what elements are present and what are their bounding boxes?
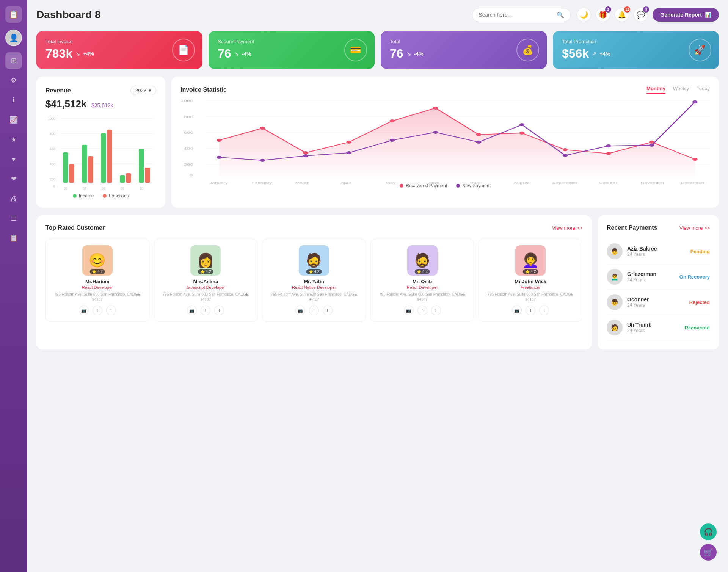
rating-badge: ⭐ 4.2 [523, 269, 538, 274]
svg-point-45 [519, 132, 525, 135]
svg-text:600: 600 [50, 147, 55, 151]
instagram-icon[interactable]: 📷 [404, 306, 414, 315]
rating-badge: ⭐ 4.2 [414, 269, 430, 274]
payment-item: 👨 Aziz Bakree 24 Years Pending [607, 239, 710, 264]
svg-text:June: June [428, 181, 439, 185]
instagram-icon[interactable]: 📷 [187, 306, 197, 315]
svg-point-40 [303, 151, 308, 154]
customer-address: 795 Folsom Ave, Suite 600 San Francisco,… [375, 292, 469, 302]
year-selector[interactable]: 2023 ▾ [130, 86, 156, 95]
sidebar-item-info[interactable]: ℹ [5, 92, 22, 108]
top-customers-card: Top Rated Customer View more >> 😊 ⭐ 4.2 … [36, 215, 592, 349]
floating-buttons: 🎧 🛒 [700, 523, 717, 561]
payment-info: Uli Trumb 24 Years [627, 322, 680, 333]
customer-name: Mr. Yatin [267, 279, 361, 284]
twitter-icon[interactable]: t [106, 306, 116, 315]
customer-name: Mr. Osib [375, 279, 469, 284]
tab-monthly[interactable]: Monthly [646, 86, 665, 94]
customers-view-more[interactable]: View more >> [552, 225, 582, 231]
customer-socials: 📷 f t [483, 306, 577, 315]
sidebar-item-list[interactable]: 📋 [5, 230, 22, 246]
instagram-icon[interactable]: 📷 [79, 306, 89, 315]
fab-support[interactable]: 🎧 [700, 523, 717, 540]
customers-grid: 😊 ⭐ 4.2 Mr.Hariom React Developer 795 Fo… [46, 239, 582, 322]
tab-today[interactable]: Today [697, 86, 710, 94]
customer-card: 👩 ⭐ 4.2 Mrs.Asima Javascript Developer 7… [154, 239, 258, 322]
sidebar-avatar[interactable]: 👤 [5, 30, 22, 46]
payments-list: 👨 Aziz Bakree 24 Years Pending 👨‍🦱 Griez… [607, 239, 710, 340]
payment-status: On Recovery [679, 274, 710, 280]
svg-rect-11 [63, 152, 68, 183]
svg-point-54 [390, 139, 395, 142]
customer-card: 👩‍🦱 ⭐ 4.2 Mr.John Wick Freelancer 795 Fo… [479, 239, 582, 322]
generate-report-button[interactable]: Generate Report 📊 [653, 8, 719, 22]
search-input[interactable] [479, 12, 554, 18]
sidebar-item-print[interactable]: 🖨 [5, 190, 22, 207]
customer-socials: 📷 f t [267, 306, 361, 315]
sidebar-item-analytics[interactable]: 📈 [5, 111, 22, 128]
sidebar-logo[interactable]: 📋 [5, 6, 22, 23]
instagram-icon[interactable]: 📷 [295, 306, 305, 315]
trend-icon-2: ↘ [406, 51, 411, 57]
sidebar-item-dashboard[interactable]: ⊞ [5, 52, 22, 69]
facebook-icon[interactable]: f [417, 306, 427, 315]
instagram-icon[interactable]: 📷 [512, 306, 522, 315]
generate-report-label: Generate Report [660, 12, 702, 18]
twitter-icon[interactable]: t [323, 306, 333, 315]
facebook-icon[interactable]: f [201, 306, 210, 315]
trend-icon-3: ↗ [592, 51, 596, 57]
tab-weekly[interactable]: Weekly [673, 86, 689, 94]
customer-role: React Developer [375, 285, 469, 290]
search-icon: 🔍 [557, 11, 564, 19]
invoice-line-chart-svg: 1000 800 600 400 200 0 [180, 97, 710, 188]
payment-item: 🧑 Uli Trumb 24 Years Recovered [607, 315, 710, 340]
payments-title: Recent Payments [607, 224, 657, 231]
sidebar-item-menu[interactable]: ☰ [5, 210, 22, 227]
year-value: 2023 [135, 88, 146, 93]
payments-view-more[interactable]: View more >> [679, 225, 710, 231]
payment-status: Pending [690, 249, 710, 254]
svg-text:07: 07 [83, 186, 86, 190]
chat-button[interactable]: 💬 5 [634, 8, 648, 22]
trend-value-1: -4% [242, 51, 251, 57]
bell-button[interactable]: 🔔 12 [615, 8, 629, 22]
customer-avatar: 😊 ⭐ 4.2 [82, 245, 113, 276]
twitter-icon[interactable]: t [431, 306, 441, 315]
customer-address: 795 Folsom Ave, Suite 600 San Francisco,… [267, 292, 361, 302]
customer-role: React Developer [50, 285, 144, 290]
sidebar-item-settings[interactable]: ⚙ [5, 72, 22, 89]
invoice-line-chart: 1000 800 600 400 200 0 [180, 97, 710, 180]
svg-point-58 [563, 154, 568, 157]
gift-button[interactable]: 🎁 2 [596, 8, 610, 22]
svg-text:0: 0 [190, 173, 193, 177]
twitter-icon[interactable]: t [214, 306, 224, 315]
chevron-down-icon: ▾ [149, 88, 151, 93]
payment-info: Aziz Bakree 24 Years [627, 246, 686, 257]
sidebar-item-favorites[interactable]: ♥ [5, 151, 22, 168]
sidebar-item-heart2[interactable]: ❤ [5, 171, 22, 187]
svg-text:February: February [251, 181, 272, 185]
invoice-chart-title: Invoice Statistic [180, 86, 227, 93]
sidebar-item-star[interactable]: ★ [5, 131, 22, 148]
facebook-icon[interactable]: f [309, 306, 319, 315]
trend-value-0: +4% [83, 51, 94, 57]
rating-badge: ⭐ 4.2 [89, 269, 105, 274]
trend-icon-0: ↘ [75, 51, 80, 57]
svg-text:March: March [295, 181, 310, 185]
svg-text:December: December [681, 181, 704, 185]
payment-name: Aziz Bakree [627, 246, 686, 252]
search-bar[interactable]: 🔍 [472, 8, 571, 22]
trend-value-3: +4% [599, 51, 610, 57]
facebook-icon[interactable]: f [526, 306, 535, 315]
customer-card: 🧔 ⭐ 4.2 Mr. Yatin React Native Developer… [262, 239, 366, 322]
customer-name: Mr.John Wick [483, 279, 577, 284]
moon-button[interactable]: 🌙 [577, 8, 591, 22]
fab-cart[interactable]: 🛒 [700, 544, 717, 561]
stat-label-total-invoice: Total invoice [46, 39, 193, 44]
svg-text:August: August [513, 181, 530, 185]
customer-address: 795 Folsom Ave, Suite 600 San Francisco,… [159, 292, 253, 302]
stat-card-total-invoice: Total invoice 783k ↘ +4% 📄 [36, 31, 202, 69]
facebook-icon[interactable]: f [93, 306, 102, 315]
customer-card: 😊 ⭐ 4.2 Mr.Hariom React Developer 795 Fo… [46, 239, 149, 322]
twitter-icon[interactable]: t [539, 306, 549, 315]
